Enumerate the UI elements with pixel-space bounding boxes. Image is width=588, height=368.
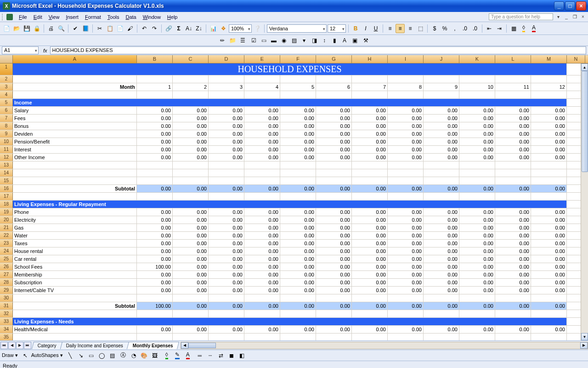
value-cell[interactable]: 0.00 [137, 154, 173, 161]
month-8[interactable]: 8 [388, 83, 424, 91]
value-cell[interactable]: 0.00 [209, 208, 244, 216]
value-cell[interactable]: 0.00 [388, 326, 424, 333]
cell[interactable] [495, 334, 531, 340]
value-cell[interactable]: 0.00 [244, 271, 280, 278]
item-label[interactable]: Membership [13, 271, 137, 278]
value-cell[interactable]: 0.00 [459, 224, 495, 231]
cell[interactable] [531, 177, 567, 184]
sheet-tab-2[interactable]: Monthly Expenses [126, 342, 179, 349]
value-cell[interactable]: 0.00 [209, 224, 244, 231]
value-cell[interactable]: 0.00 [388, 138, 424, 145]
value-cell[interactable]: 0.00 [316, 240, 352, 247]
value-cell[interactable]: 0.00 [459, 122, 495, 130]
value-cell[interactable]: 0.00 [137, 287, 173, 294]
value-cell[interactable]: 0.00 [531, 154, 567, 161]
row-header-3[interactable]: 3 [0, 83, 13, 91]
value-cell[interactable]: 0.00 [531, 263, 567, 270]
value-cell[interactable]: 0.00 [280, 115, 316, 122]
line-color-icon[interactable]: ✎ [173, 351, 182, 360]
cell[interactable] [352, 161, 388, 169]
subtotal-cell[interactable]: 0.00 [280, 185, 316, 192]
value-cell[interactable]: 0.00 [424, 279, 459, 286]
value-cell[interactable]: 0.00 [137, 208, 173, 216]
value-cell[interactable]: 0.00 [316, 326, 352, 333]
value-cell[interactable]: 0.00 [173, 146, 209, 153]
value-cell[interactable]: 0.00 [424, 107, 459, 114]
arrow-icon[interactable]: ↘ [76, 351, 85, 360]
subtotal-cell[interactable]: 0.00 [424, 302, 459, 310]
value-cell[interactable]: 0.00 [137, 130, 173, 138]
cell[interactable] [137, 334, 173, 340]
font-color-icon[interactable]: A [529, 24, 538, 33]
value-cell[interactable]: 0.00 [388, 287, 424, 294]
value-cell[interactable]: 0.00 [244, 224, 280, 231]
value-cell[interactable]: 0.00 [244, 154, 280, 161]
cell[interactable] [531, 334, 567, 340]
value-cell[interactable]: 0.00 [424, 130, 459, 138]
cell[interactable] [244, 334, 280, 340]
cell[interactable] [137, 161, 173, 169]
cell[interactable] [316, 310, 352, 317]
value-cell[interactable]: 0.00 [316, 255, 352, 263]
option-button-icon[interactable]: ◉ [279, 36, 288, 45]
cell[interactable] [424, 193, 459, 200]
month-7[interactable]: 7 [352, 83, 388, 91]
value-cell[interactable]: 0.00 [137, 115, 173, 122]
decrease-indent-icon[interactable]: ⇤ [485, 24, 494, 33]
drawing-icon[interactable]: ❖ [219, 24, 228, 33]
row-header-16[interactable]: 16 [0, 185, 13, 192]
col-header-E[interactable]: E [244, 55, 280, 63]
new-icon[interactable]: 📄 [2, 24, 11, 33]
fx-label[interactable]: fx [43, 48, 47, 53]
insert-picture-icon[interactable]: 🖼 [150, 351, 159, 360]
cell[interactable] [13, 161, 137, 169]
value-cell[interactable]: 0.00 [244, 247, 280, 255]
cell[interactable] [209, 169, 244, 177]
value-cell[interactable]: 0.00 [424, 263, 459, 270]
month-6[interactable]: 6 [316, 83, 352, 91]
paste-icon[interactable]: 📄 [115, 24, 124, 33]
value-cell[interactable]: 0.00 [209, 247, 244, 255]
menu-help[interactable]: Help [164, 13, 181, 21]
value-cell[interactable]: 0.00 [352, 208, 388, 216]
menu-edit[interactable]: Edit [30, 13, 45, 21]
hyperlink-icon[interactable]: 🔗 [164, 24, 173, 33]
value-cell[interactable]: 0.00 [173, 271, 209, 278]
spin-button-icon[interactable]: ↕ [320, 36, 329, 45]
copy-icon[interactable]: 📋 [105, 24, 114, 33]
cell[interactable] [459, 310, 495, 317]
col-header-K[interactable]: K [459, 55, 495, 63]
comma-icon[interactable]: , [450, 24, 459, 33]
value-cell[interactable]: 0.00 [209, 255, 244, 263]
value-cell[interactable]: 0.00 [244, 122, 280, 130]
value-cell[interactable]: 0.00 [137, 224, 173, 231]
value-cell[interactable]: 0.00 [209, 287, 244, 294]
subtotal-cell[interactable]: 0.00 [280, 302, 316, 310]
value-cell[interactable]: 0.00 [352, 154, 388, 161]
cell[interactable] [388, 161, 424, 169]
cell[interactable] [424, 294, 459, 302]
value-cell[interactable]: 0.00 [137, 232, 173, 239]
value-cell[interactable]: 0.00 [137, 138, 173, 145]
cell[interactable] [531, 310, 567, 317]
cell[interactable] [280, 75, 316, 83]
value-cell[interactable]: 0.00 [531, 216, 567, 224]
cell[interactable] [459, 334, 495, 340]
item-label[interactable]: Subscription [13, 279, 137, 286]
align-right-icon[interactable]: ≡ [406, 24, 415, 33]
cell[interactable] [173, 334, 209, 340]
value-cell[interactable]: 0.00 [173, 224, 209, 231]
cell[interactable] [388, 177, 424, 184]
value-cell[interactable]: 0.00 [173, 263, 209, 270]
combobox-icon[interactable]: ▾ [300, 36, 309, 45]
value-cell[interactable]: 0.00 [531, 326, 567, 333]
cell[interactable] [244, 193, 280, 200]
value-cell[interactable]: 0.00 [173, 326, 209, 333]
item-label[interactable]: Salary [13, 107, 137, 114]
rectangle-icon[interactable]: ▭ [87, 351, 96, 360]
month-5[interactable]: 5 [280, 83, 316, 91]
value-cell[interactable]: 0.00 [424, 271, 459, 278]
value-cell[interactable]: 0.00 [244, 146, 280, 153]
row-header-8[interactable]: 8 [0, 122, 13, 130]
cell[interactable] [280, 193, 316, 200]
